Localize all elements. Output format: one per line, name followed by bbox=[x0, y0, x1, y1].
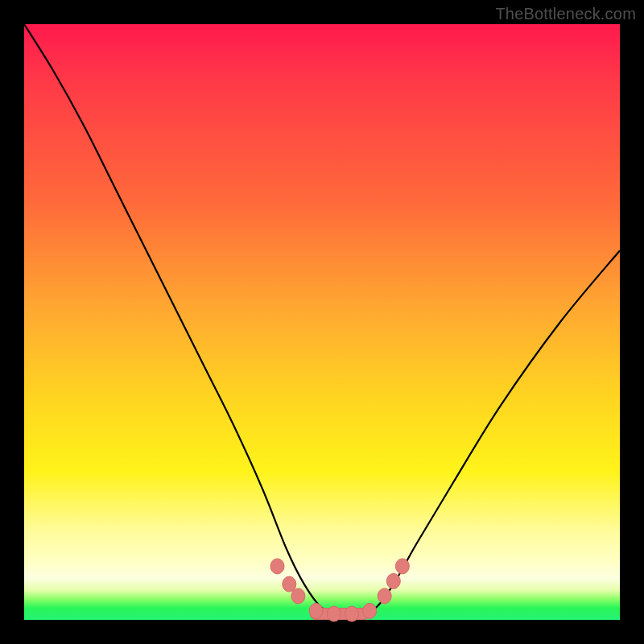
curve-marker bbox=[309, 603, 323, 618]
curve-marker bbox=[270, 559, 284, 574]
plot-area bbox=[24, 24, 620, 620]
watermark-text: TheBottleneck.com bbox=[495, 5, 636, 23]
curve-marker bbox=[345, 606, 359, 621]
curve-line bbox=[24, 24, 620, 615]
chart-frame: TheBottleneck.com bbox=[0, 0, 644, 644]
curve-markers bbox=[270, 559, 409, 621]
curve-marker bbox=[378, 588, 391, 604]
curve-marker bbox=[395, 559, 409, 574]
curve-marker bbox=[363, 603, 377, 618]
curve-svg bbox=[24, 24, 620, 620]
curve-marker bbox=[327, 606, 341, 621]
curve-marker bbox=[291, 588, 305, 604]
curve-marker bbox=[386, 573, 400, 588]
